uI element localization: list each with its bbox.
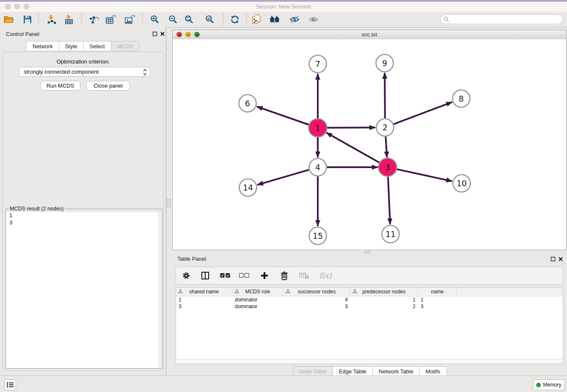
graph-edge-2-3[interactable] <box>385 137 387 157</box>
hierarchy-icon <box>234 289 239 295</box>
tab-mcds[interactable]: MCDS <box>111 41 139 51</box>
zoom-in-icon[interactable] <box>149 14 160 25</box>
tab-network-table[interactable]: Network Table <box>373 367 420 376</box>
graph-node-label-2: 2 <box>383 123 388 132</box>
column-header-successor-nodes[interactable]: successor nodes <box>284 287 350 296</box>
network-window: scc.txt 7968124314101511 <box>172 30 567 250</box>
criterion-dropdown[interactable]: strongly connected component <box>19 67 150 77</box>
memory-label: Memory <box>543 382 561 388</box>
graph-edges <box>257 73 452 226</box>
control-panel-title: Control Panel <box>6 31 39 37</box>
function-builder-icon[interactable]: f(x) <box>318 271 333 281</box>
graph-edge-2-8[interactable] <box>394 102 452 124</box>
table-hscrollbar[interactable] <box>176 359 563 364</box>
graph-node-label-9: 9 <box>382 58 387 68</box>
column-label: MCDS role <box>245 289 270 295</box>
table-cell[interactable]: dominator <box>232 303 284 310</box>
refresh-icon[interactable] <box>229 14 240 25</box>
memory-status-icon <box>536 383 541 387</box>
column-header-shared-name[interactable]: shared name <box>176 287 232 296</box>
column-label: predecessor nodes <box>362 289 405 295</box>
graph-edge-1-2[interactable] <box>327 127 375 128</box>
horizontal-splitter-grip[interactable] <box>364 251 370 254</box>
graph-edge-2-9[interactable] <box>385 73 385 118</box>
close-table-panel-icon[interactable] <box>558 256 563 262</box>
export-table-icon[interactable] <box>105 14 116 25</box>
graph-edge-4-14[interactable] <box>257 170 309 185</box>
app-titlebar[interactable]: Session: New Session <box>0 2 567 12</box>
graph-edge-3-10[interactable] <box>396 169 452 181</box>
column-header-predecessor-nodes[interactable]: predecessor nodes <box>350 287 418 296</box>
zoom-fit-icon[interactable] <box>184 14 195 25</box>
zoom-out-icon[interactable] <box>168 14 179 25</box>
search-input[interactable] <box>451 15 562 23</box>
graph-edge-3-1[interactable] <box>326 133 380 163</box>
hide-graphics-details-icon[interactable] <box>289 14 300 25</box>
optimization-criterion-label: Optimization criterion: <box>3 58 163 65</box>
table-cell[interactable]: 1 <box>176 296 232 303</box>
save-session-icon[interactable] <box>22 14 33 25</box>
app-title: Session: New Session <box>0 3 567 10</box>
result-line: 1 <box>6 212 162 219</box>
clone-network-icon[interactable] <box>251 14 262 25</box>
graph-edge-1-6[interactable] <box>257 107 309 125</box>
tab-edge-table[interactable]: Edge Table <box>333 367 373 376</box>
task-history-button[interactable] <box>4 379 16 390</box>
memory-button[interactable]: Memory <box>533 379 564 390</box>
table-cell[interactable]: dominator <box>232 296 284 303</box>
zoom-selected-icon[interactable] <box>204 14 215 25</box>
deselect-all-icon[interactable] <box>239 271 249 281</box>
close-panel-button[interactable]: Close panel <box>86 81 130 91</box>
mcds-result-textarea[interactable]: 13 <box>6 212 162 368</box>
graph-edge-3-11[interactable] <box>388 177 390 224</box>
tab-motifs[interactable]: Motifs <box>420 367 446 376</box>
run-mcds-label: Run MCDS <box>47 83 74 89</box>
table-row[interactable]: 1dominator411 <box>176 296 563 303</box>
tab-select[interactable]: Select <box>84 41 111 51</box>
vertical-splitter-grip[interactable] <box>167 199 171 207</box>
show-graphics-details-icon[interactable] <box>308 14 319 25</box>
hierarchy-icon <box>178 289 183 295</box>
import-table-icon[interactable] <box>63 14 74 25</box>
column-header-MCDS-role[interactable]: MCDS role <box>232 287 284 296</box>
column-settings-icon[interactable] <box>181 271 191 281</box>
graph-node-label-4: 4 <box>315 163 320 172</box>
import-network-icon[interactable] <box>46 14 57 25</box>
table-cell[interactable]: 3 <box>176 303 232 310</box>
select-all-icon[interactable] <box>220 271 230 281</box>
float-table-panel-icon[interactable] <box>550 256 556 262</box>
column-header-name[interactable]: name <box>418 287 457 296</box>
tab-style[interactable]: Style <box>59 41 84 51</box>
split-panel-icon[interactable] <box>200 271 210 281</box>
table-cell[interactable]: 1 <box>350 296 418 303</box>
table-cell[interactable]: 3 <box>284 303 350 310</box>
delete-table-icon[interactable] <box>299 271 309 281</box>
criterion-dropdown-value: strongly connected component <box>24 69 99 75</box>
table-cell[interactable]: 2 <box>350 303 418 310</box>
mcds-result-lines: 13 <box>6 212 162 226</box>
graph-node-label-10: 10 <box>457 179 467 188</box>
export-image-icon[interactable] <box>124 14 135 25</box>
network-window-titlebar[interactable]: scc.txt <box>173 30 566 40</box>
open-session-icon[interactable] <box>3 14 14 25</box>
mcds-result-title: MCDS result (2 nodes) <box>8 206 65 212</box>
table-cell[interactable]: 1 <box>418 296 457 303</box>
table-cell[interactable]: 3 <box>418 303 457 310</box>
tab-network[interactable]: Network <box>27 41 59 51</box>
search-box <box>440 14 563 24</box>
table-body: 1dominator4113dominator323 <box>176 296 563 310</box>
graph-node-label-11: 11 <box>385 229 396 239</box>
network-view[interactable]: 7968124314101511 <box>173 39 566 250</box>
result-scrollbar[interactable] <box>158 212 162 368</box>
add-row-icon[interactable] <box>259 271 270 281</box>
table-row[interactable]: 3dominator323 <box>176 303 563 310</box>
float-panel-icon[interactable] <box>152 31 157 36</box>
run-mcds-button[interactable]: Run MCDS <box>40 81 80 91</box>
close-panel-icon[interactable] <box>160 31 165 36</box>
home-icon[interactable] <box>269 14 280 25</box>
delete-row-icon[interactable] <box>279 271 289 281</box>
table-cell[interactable]: 4 <box>284 296 350 303</box>
graph-node-label-15: 15 <box>313 231 323 240</box>
export-network-icon[interactable] <box>88 14 99 25</box>
tab-node-table[interactable]: Node Table <box>293 367 333 376</box>
